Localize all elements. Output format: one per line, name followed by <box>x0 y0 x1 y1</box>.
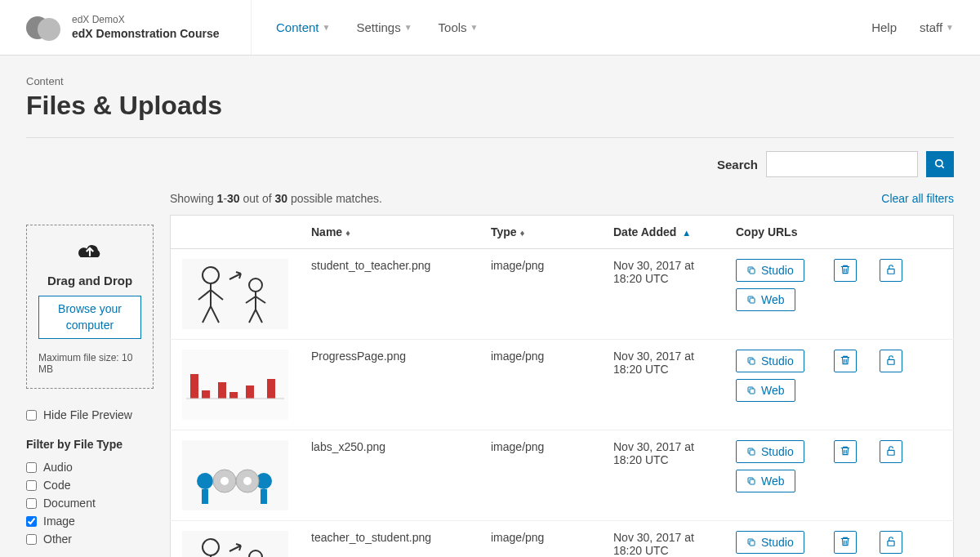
search-button[interactable] <box>926 151 954 177</box>
divider <box>26 137 954 138</box>
lock-button[interactable] <box>880 350 902 372</box>
delete-button[interactable] <box>834 531 857 554</box>
file-thumbnail[interactable] <box>182 259 288 329</box>
copy-web-button[interactable]: Web <box>736 470 795 492</box>
filter-item-code[interactable]: Code <box>26 479 154 492</box>
svg-line-1 <box>942 166 944 168</box>
file-name: labs_x250.png <box>300 430 479 521</box>
copy-web-button[interactable]: Web <box>736 288 795 311</box>
filter-label: Other <box>43 532 72 546</box>
file-date: Nov 30, 2017 at 18:20 UTC <box>602 430 724 521</box>
trash-icon <box>840 264 851 278</box>
delete-button[interactable] <box>834 259 857 282</box>
col-copy-urls: Copy URLs <box>724 216 822 249</box>
file-thumbnail[interactable] <box>182 440 288 510</box>
course-org: edX DemoX <box>72 14 219 27</box>
chevron-down-icon: ▼ <box>323 23 331 32</box>
dropzone-title: Drag and Drop <box>38 274 141 287</box>
col-date[interactable]: Date Added ▲ <box>602 216 724 249</box>
filter-item-audio[interactable]: Audio <box>26 461 154 474</box>
sidebar: Drag and Drop Browse your computer Maxim… <box>26 225 154 557</box>
primary-nav: Content ▼ Settings ▼ Tools ▼ <box>276 20 479 34</box>
filter-checkbox[interactable] <box>26 498 37 509</box>
col-actions <box>822 216 954 249</box>
results-row: Showing 1-30 out of 30 possible matches.… <box>170 192 954 205</box>
table-row: student_to_teacher.pngimage/pngNov 30, 2… <box>171 249 954 340</box>
svg-point-34 <box>220 477 229 485</box>
search-input[interactable] <box>766 151 918 177</box>
filter-item-image[interactable]: Image <box>26 515 154 528</box>
svg-rect-16 <box>888 269 894 274</box>
clear-filters-link[interactable]: Clear all filters <box>881 192 954 205</box>
filter-checkbox[interactable] <box>26 534 37 545</box>
lock-button[interactable] <box>880 531 902 554</box>
filter-item-other[interactable]: Other <box>26 532 154 546</box>
help-link[interactable]: Help <box>871 20 897 34</box>
copy-web-button[interactable]: Web <box>736 379 795 402</box>
svg-line-12 <box>249 310 256 323</box>
svg-rect-21 <box>229 392 238 399</box>
nav-settings[interactable]: Settings ▼ <box>356 20 412 34</box>
user-menu[interactable]: staff ▼ <box>920 20 954 34</box>
lock-button[interactable] <box>880 440 902 463</box>
user-label: staff <box>920 20 942 34</box>
svg-rect-29 <box>202 489 208 504</box>
file-name: teacher_to_student.png <box>300 521 479 558</box>
svg-point-2 <box>203 267 219 283</box>
col-thumbnail <box>171 216 301 249</box>
file-thumbnail[interactable] <box>182 531 288 557</box>
filter-title: Filter by File Type <box>26 438 154 451</box>
cloud-upload-icon <box>38 238 141 269</box>
nav-content[interactable]: Content ▼ <box>276 20 330 34</box>
lock-button[interactable] <box>880 259 902 282</box>
svg-rect-18 <box>190 374 198 399</box>
filter-checkbox[interactable] <box>26 516 37 527</box>
unlock-icon <box>885 536 897 550</box>
browse-button[interactable]: Browse your computer <box>38 296 141 339</box>
svg-rect-38 <box>888 450 894 455</box>
hide-preview-checkbox[interactable]: Hide File Preview <box>26 408 154 421</box>
course-title: edX Demonstration Course <box>72 26 219 41</box>
delete-button[interactable] <box>834 350 857 372</box>
filter-checkbox[interactable] <box>26 480 37 491</box>
hide-preview-input[interactable] <box>26 410 37 421</box>
upload-dropzone[interactable]: Drag and Drop Browse your computer Maxim… <box>26 225 154 389</box>
unlock-icon <box>885 264 897 278</box>
svg-rect-23 <box>267 379 275 399</box>
search-row: Search <box>26 151 954 177</box>
results-count: Showing 1-30 out of 30 possible matches. <box>170 192 382 205</box>
max-file-size: Maximum file size: 10 MB <box>38 352 141 375</box>
svg-rect-36 <box>750 450 755 455</box>
course-info: edX DemoX edX Demonstration Course <box>72 14 219 42</box>
filter-label: Image <box>43 515 75 528</box>
svg-line-7 <box>211 306 219 323</box>
copy-studio-button[interactable]: Studio <box>736 259 804 282</box>
filter-label: Document <box>43 497 96 510</box>
delete-button[interactable] <box>834 440 857 463</box>
col-type[interactable]: Type♦ <box>479 216 602 249</box>
filter-checkbox[interactable] <box>26 462 37 473</box>
svg-rect-53 <box>888 541 894 546</box>
global-header: edX DemoX edX Demonstration Course Conte… <box>0 0 980 56</box>
svg-rect-22 <box>246 385 254 399</box>
nav-tools[interactable]: Tools ▼ <box>439 20 479 34</box>
page-title: Files & Uploads <box>26 91 954 121</box>
filter-label: Audio <box>43 461 73 474</box>
page-body: Content Files & Uploads Search Drag and … <box>0 56 980 557</box>
col-name[interactable]: Name♦ <box>300 216 479 249</box>
filter-item-document[interactable]: Document <box>26 497 154 510</box>
course-identity[interactable]: edX DemoX edX Demonstration Course <box>26 0 252 55</box>
copy-studio-button[interactable]: Studio <box>736 350 804 372</box>
file-type: image/png <box>479 249 602 340</box>
copy-studio-button[interactable]: Studio <box>736 440 804 463</box>
search-icon <box>934 158 946 170</box>
trash-icon <box>840 445 851 459</box>
trash-icon <box>840 536 851 550</box>
chevron-down-icon: ▼ <box>470 23 479 32</box>
file-thumbnail[interactable] <box>182 350 288 420</box>
svg-rect-15 <box>750 298 755 303</box>
copy-studio-button[interactable]: Studio <box>736 531 804 554</box>
file-name: ProgressPage.png <box>300 340 479 430</box>
svg-line-10 <box>246 296 256 303</box>
file-type: image/png <box>479 521 602 558</box>
